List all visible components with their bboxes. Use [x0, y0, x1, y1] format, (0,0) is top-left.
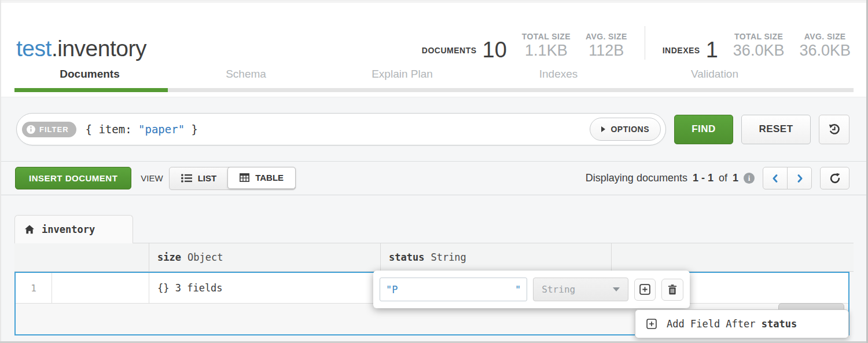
size-object-cell[interactable]: {} 3 fields	[149, 273, 381, 303]
stat-doc-total-size: TOTAL SIZE 1.1KB	[522, 32, 571, 60]
insert-document-button[interactable]: INSERT DOCUMENT	[15, 167, 131, 189]
delete-field-button[interactable]	[661, 279, 683, 301]
tab-validation[interactable]: Validation	[637, 68, 793, 81]
filter-input[interactable]: { item: "paper" }	[86, 123, 198, 136]
row-number-cell: 1	[16, 273, 52, 303]
table-header-row: size Object status String	[14, 243, 854, 272]
table-view-label: TABLE	[255, 173, 284, 183]
filter-badge: FILTER	[22, 122, 76, 137]
tab-underline-track	[14, 88, 854, 92]
refresh-icon	[829, 173, 841, 184]
stat-indexes: INDEXES 1	[663, 40, 718, 60]
tab-indexes[interactable]: Indexes	[480, 68, 637, 81]
documents-label: DOCUMENTS	[422, 46, 477, 60]
database-name: test	[16, 36, 52, 61]
page-title: test.inventory	[16, 37, 146, 60]
caret-right-icon	[601, 126, 605, 132]
grid-table-icon	[240, 173, 249, 182]
idx-total-size-label: TOTAL SIZE	[733, 32, 785, 41]
namespace-row: test.inventory DOCUMENTS 10 TOTAL SIZE 1…	[0, 3, 868, 60]
active-tab-indicator	[14, 88, 168, 92]
reset-button[interactable]: RESET	[741, 115, 811, 144]
empty-cell[interactable]	[52, 273, 149, 303]
tab-documents[interactable]: Documents	[12, 68, 168, 81]
plus-square-icon	[639, 284, 650, 295]
list-view-button[interactable]: LIST	[170, 167, 229, 189]
displaying-range: 1 - 1	[693, 172, 713, 184]
menu-item-field: status	[762, 318, 797, 330]
tab-schema[interactable]: Schema	[168, 68, 324, 81]
tab-explain-plan[interactable]: Explain Plan	[324, 68, 480, 81]
trash-icon	[668, 284, 677, 295]
compass-collection-screen: test.inventory DOCUMENTS 10 TOTAL SIZE 1…	[0, 0, 868, 343]
menu-item-prefix: Add Field After	[667, 318, 756, 330]
closing-quote: "	[515, 284, 521, 295]
displaying-total: 1	[733, 172, 738, 184]
table-view-button[interactable]: TABLE	[227, 167, 296, 189]
refresh-documents-button[interactable]	[820, 167, 849, 189]
column-name: size	[157, 251, 181, 263]
stat-doc-avg-size: AVG. SIZE 112B	[586, 32, 627, 60]
doc-avg-size-label: AVG. SIZE	[586, 32, 627, 41]
pagination-status: Displaying documents 1 - 1 of 1 i	[586, 172, 755, 184]
collection-header: test.inventory DOCUMENTS 10 TOTAL SIZE 1…	[0, 3, 868, 97]
stat-idx-total-size: TOTAL SIZE 36.0KB	[733, 32, 785, 60]
value-input[interactable]: "P "	[380, 278, 527, 301]
displaying-of: of	[719, 172, 727, 184]
pagination-controls	[763, 167, 812, 189]
find-button[interactable]: FIND	[674, 115, 733, 144]
add-field-button[interactable]	[634, 279, 656, 301]
clock-rewind-icon	[827, 122, 841, 136]
doc-total-size-value: 1.1KB	[522, 42, 571, 60]
column-type: Object	[187, 251, 223, 263]
add-field-after-menu-item[interactable]: Add Field After status	[635, 309, 849, 338]
chevron-down-icon	[613, 287, 620, 291]
idx-total-size-value: 36.0KB	[733, 42, 785, 60]
status-cell-editor: "P " String	[373, 271, 690, 308]
displaying-prefix: Displaying documents	[586, 172, 687, 184]
options-label: OPTIONS	[610, 125, 649, 134]
prev-page-button[interactable]	[763, 167, 788, 189]
options-button[interactable]: OPTIONS	[590, 118, 661, 141]
query-history-button[interactable]	[819, 115, 849, 144]
filter-text-value: "paper"	[138, 123, 185, 136]
idx-avg-size-value: 36.0KB	[799, 42, 851, 60]
type-dropdown-value: String	[542, 284, 575, 295]
header-cell-spacer	[612, 243, 854, 271]
doc-avg-size-value: 112B	[586, 42, 627, 60]
filter-text-prefix: { item:	[86, 123, 139, 136]
column-type: String	[431, 251, 466, 263]
header-cell-size: size Object	[149, 243, 381, 271]
query-bar: FILTER { item: "paper" } OPTIONS FIND RE…	[0, 97, 868, 161]
type-dropdown[interactable]: String	[533, 278, 628, 301]
collection-tabs: Documents Schema Explain Plan Indexes Va…	[0, 68, 868, 81]
info-circle-icon	[26, 125, 36, 134]
table-view: inventory size Object status String 1 {}…	[0, 195, 868, 343]
stats-divider	[645, 26, 645, 60]
menu-item-text: Add Field After status	[667, 318, 797, 330]
info-circle-icon[interactable]: i	[744, 173, 755, 184]
next-page-button[interactable]	[787, 167, 812, 189]
chevron-left-icon	[771, 174, 780, 183]
view-toggle: LIST TABLE	[169, 167, 296, 190]
stat-idx-avg-size: AVG. SIZE 36.0KB	[799, 32, 851, 60]
view-label: VIEW	[141, 173, 163, 183]
breadcrumb-label: inventory	[42, 224, 95, 235]
collection-name: inventory	[57, 36, 146, 61]
documents-toolbar: INSERT DOCUMENT VIEW LIST TABLE Displayi…	[0, 161, 868, 195]
column-name: status	[389, 251, 424, 263]
chevron-right-icon	[795, 174, 804, 183]
home-icon	[24, 225, 35, 234]
stat-documents: DOCUMENTS 10	[422, 40, 507, 60]
value-text: "P	[386, 284, 398, 295]
breadcrumb-collection-tab[interactable]: inventory	[14, 215, 133, 243]
documents-count: 10	[483, 40, 507, 60]
list-view-label: LIST	[198, 173, 217, 183]
bulleted-list-icon	[181, 174, 192, 183]
plus-square-icon	[646, 319, 657, 329]
collection-stats: DOCUMENTS 10 TOTAL SIZE 1.1KB AVG. SIZE …	[422, 26, 851, 60]
idx-avg-size-label: AVG. SIZE	[799, 32, 851, 41]
filter-pill: FILTER { item: "paper" } OPTIONS	[16, 113, 666, 145]
namespace-dot: .	[52, 36, 57, 61]
indexes-count: 1	[706, 40, 718, 60]
